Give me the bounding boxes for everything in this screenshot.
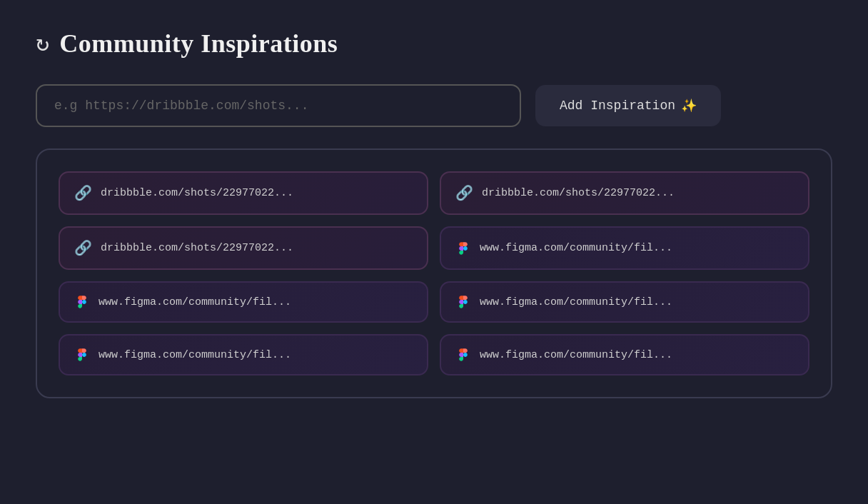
url-input[interactable] [36, 84, 521, 127]
figma-icon [455, 241, 471, 256]
list-item[interactable]: www.figma.com/community/fil... [440, 226, 809, 270]
add-inspiration-label: Add Inspiration [560, 99, 675, 113]
list-item[interactable]: www.figma.com/community/fil... [59, 334, 428, 376]
inspirations-grid: 🔗dribbble.com/shots/22977022...🔗dribbble… [59, 171, 809, 376]
list-item[interactable]: www.figma.com/community/fil... [440, 334, 809, 376]
list-item[interactable]: 🔗dribbble.com/shots/22977022... [59, 171, 428, 215]
figma-icon [455, 294, 471, 310]
list-item[interactable]: www.figma.com/community/fil... [440, 281, 809, 323]
page-header: ↻ Community Inspirations [36, 29, 832, 59]
refresh-icon: ↻ [36, 29, 49, 58]
inspiration-url: www.figma.com/community/fil... [99, 296, 291, 308]
inspiration-url: dribbble.com/shots/22977022... [101, 242, 293, 254]
add-inspiration-button[interactable]: Add Inspiration ✨ [535, 85, 721, 126]
list-item[interactable]: 🔗dribbble.com/shots/22977022... [440, 171, 809, 215]
link-icon: 🔗 [74, 239, 92, 257]
inspiration-url: dribbble.com/shots/22977022... [101, 187, 293, 199]
figma-icon [455, 347, 471, 363]
inspiration-url: www.figma.com/community/fil... [99, 349, 291, 361]
inspirations-container: 🔗dribbble.com/shots/22977022...🔗dribbble… [36, 148, 832, 398]
figma-icon [74, 294, 90, 310]
inspiration-url: www.figma.com/community/fil... [480, 242, 672, 254]
link-icon: 🔗 [455, 184, 473, 202]
figma-icon [74, 347, 90, 363]
inspiration-url: dribbble.com/shots/22977022... [482, 187, 675, 199]
list-item[interactable]: 🔗dribbble.com/shots/22977022... [59, 226, 428, 270]
sparkle-icon: ✨ [681, 98, 697, 114]
inspiration-url: www.figma.com/community/fil... [480, 296, 672, 308]
link-icon: 🔗 [74, 184, 92, 202]
list-item[interactable]: www.figma.com/community/fil... [59, 281, 428, 323]
input-row: Add Inspiration ✨ [36, 84, 832, 127]
inspiration-url: www.figma.com/community/fil... [480, 349, 672, 361]
page-title: Community Inspirations [59, 29, 338, 59]
